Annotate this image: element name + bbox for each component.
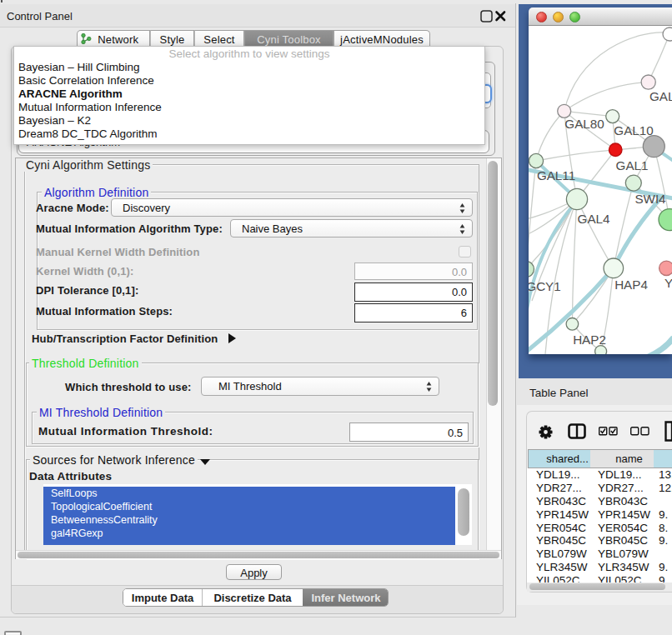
svg-text:GAL1: GAL1 xyxy=(616,158,649,172)
svg-text:GAL10: GAL10 xyxy=(614,123,653,138)
svg-text:GAL7: GAL7 xyxy=(649,89,672,103)
svg-text:HAP4: HAP4 xyxy=(614,278,648,292)
svg-text:GCY1: GCY1 xyxy=(529,279,561,293)
svg-text:GAL80: GAL80 xyxy=(564,117,604,131)
svg-text:GAL11: GAL11 xyxy=(537,168,575,182)
svg-text:SWI4: SWI4 xyxy=(634,192,665,206)
svg-text:GAL4: GAL4 xyxy=(578,212,610,226)
svg-text:YJ: YJ xyxy=(664,276,672,290)
svg-text:HAP2: HAP2 xyxy=(573,332,606,347)
